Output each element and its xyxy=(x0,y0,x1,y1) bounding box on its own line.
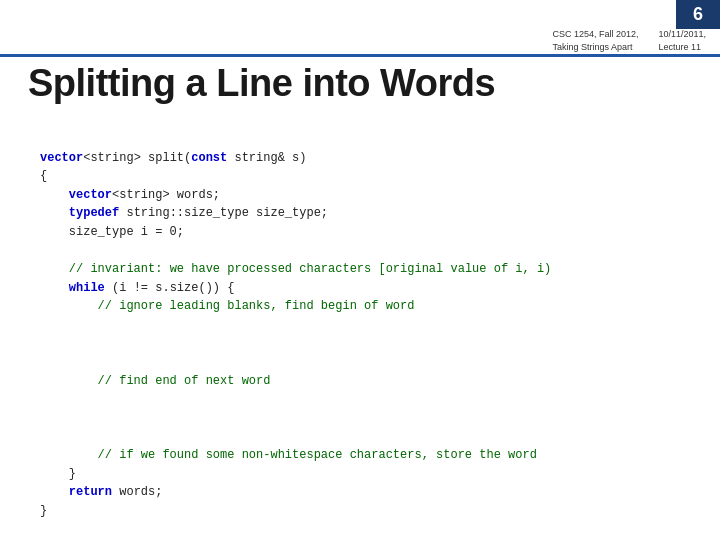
code-line-8: // ignore leading blanks, find begin of … xyxy=(40,299,414,313)
code-line-10: // find end of next word xyxy=(40,374,270,388)
code-line-6: // invariant: we have processed characte… xyxy=(40,262,551,276)
code-line-4: typedef string::size_type size_type; xyxy=(40,206,328,220)
code-line-1: vector<string> split(const string& s) xyxy=(40,151,306,165)
code-block: vector<string> split(const string& s) { … xyxy=(40,130,700,520)
code-line-5: size_type i = 0; xyxy=(40,225,184,239)
meta-course: CSC 1254, Fall 2012, Taking Strings Apar… xyxy=(552,28,638,53)
meta-date: 10/11/2011, Lecture 11 xyxy=(658,28,706,53)
code-line-2: { xyxy=(40,169,47,183)
accent-line xyxy=(0,54,720,57)
code-line-12: // if we found some non-whitespace chara… xyxy=(40,448,537,462)
slide-title: Splitting a Line into Words xyxy=(28,62,495,105)
slide-number: 6 xyxy=(676,0,720,29)
meta-bar: CSC 1254, Fall 2012, Taking Strings Apar… xyxy=(552,28,706,53)
code-line-7: while (i != s.size()) { xyxy=(40,281,234,295)
code-line-14: return words; xyxy=(40,485,162,499)
code-line-3: vector<string> words; xyxy=(40,188,220,202)
code-line-13: } xyxy=(40,467,76,481)
code-line-15: } xyxy=(40,504,47,518)
